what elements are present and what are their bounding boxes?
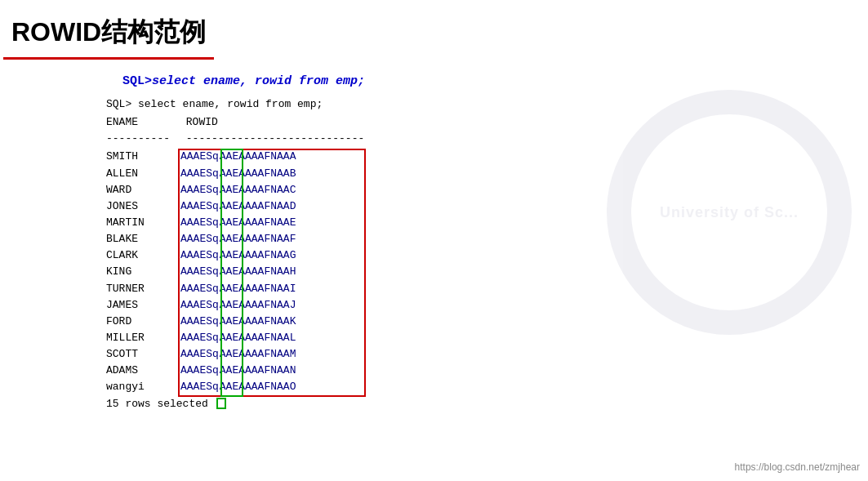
data-rows: SMITHAAAESqAAEAAAAFNAAAALLENAAAESqAAEAAA… (106, 149, 364, 395)
rowid-cell: AAAESqAAEAAAAFNAAL (180, 330, 296, 346)
data-rows-container: SMITHAAAESqAAEAAAAFNAAAALLENAAAESqAAEAAA… (106, 149, 364, 395)
rowid-cell: AAAESqAAEAAAAFNAAC (180, 182, 296, 198)
ename-cell: FORD (106, 314, 180, 330)
url-label: https://blog.csdn.net/zmjhear (735, 461, 860, 473)
rowid-cell: AAAESqAAEAAAAFNAAJ (180, 297, 296, 314)
sql-header-line: SQL> select ename, rowid from emp; (106, 96, 364, 113)
ename-cell: MILLER (106, 330, 180, 346)
green-small-box (216, 398, 226, 409)
ename-cell: TURNER (106, 281, 180, 297)
rowid-cell: AAAESqAAEAAAAFNAAD (180, 198, 296, 215)
ename-cell: SMITH (106, 149, 180, 165)
ename-cell: KING (106, 264, 180, 280)
ename-cell: CLARK (106, 247, 180, 264)
ename-cell: ALLEN (106, 166, 180, 182)
dash-ename: ---------- (106, 131, 180, 147)
table-row: MILLERAAAESqAAEAAAAFNAAL (106, 330, 364, 346)
table-row: FORDAAAESqAAEAAAAFNAAK (106, 314, 364, 330)
rowid-cell: AAAESqAAEAAAAFNAAK (180, 314, 296, 330)
ename-cell: WARD (106, 182, 180, 198)
rowid-cell: AAAESqAAEAAAAFNAAF (180, 231, 296, 247)
page-title: ROWID结构范例 (3, 0, 214, 60)
sql-prompt: SQL> (122, 74, 152, 88)
table-row: WARDAAAESqAAEAAAAFNAAC (106, 182, 364, 198)
table-row: SCOTTAAAESqAAEAAAAFNAAM (106, 346, 364, 363)
table-section: SQL> select ename, rowid from emp; ENAME… (106, 96, 364, 410)
ename-cell: wangyi (106, 379, 180, 395)
rowid-cell: AAAESqAAEAAAAFNAAO (180, 379, 296, 395)
table-row: BLAKEAAAESqAAEAAAAFNAAF (106, 231, 364, 247)
dash-line: ---------- ---------------------------- (106, 131, 364, 147)
dash-rowid: ---------------------------- (186, 132, 364, 145)
rowid-cell: AAAESqAAEAAAAFNAAM (180, 346, 296, 363)
table-row: KINGAAAESqAAEAAAAFNAAH (106, 264, 364, 280)
rowid-cell: AAAESqAAEAAAAFNAAH (180, 264, 296, 280)
table-row: CLARKAAAESqAAEAAAAFNAAG (106, 247, 364, 264)
ename-cell: SCOTT (106, 346, 180, 363)
sql-code: select ename, rowid from emp; (152, 74, 365, 88)
rowid-cell: AAAESqAAEAAAAFNAAI (180, 281, 296, 297)
table-row: MARTINAAAESqAAEAAAAFNAAE (106, 215, 364, 231)
rows-selected-text: 15 rows selected (106, 398, 208, 410)
table-row: TURNERAAAESqAAEAAAAFNAAI (106, 281, 364, 297)
rowid-cell: AAAESqAAEAAAAFNAAA (180, 149, 296, 165)
ename-cell: ADAMS (106, 363, 180, 379)
rowid-cell: AAAESqAAEAAAAFNAAN (180, 363, 296, 379)
table-row: wangyiAAAESqAAEAAAAFNAAO (106, 379, 364, 395)
table-row: SMITHAAAESqAAEAAAAFNAAA (106, 149, 364, 165)
table-row: JAMESAAAESqAAEAAAAFNAAJ (106, 297, 364, 314)
rowid-cell: AAAESqAAEAAAAFNAAB (180, 166, 296, 182)
footer-line: 15 rows selected (106, 398, 364, 410)
sql-query-line: SQL>select ename, rowid from emp; (122, 74, 868, 88)
rowid-header: ROWID (186, 116, 218, 128)
column-headers: ENAME ROWID (106, 114, 364, 131)
rowid-cell: AAAESqAAEAAAAFNAAG (180, 247, 296, 264)
rowid-cell: AAAESqAAEAAAAFNAAE (180, 215, 296, 231)
sql-output-header: SQL> select ename, rowid from emp; ENAME… (106, 96, 364, 147)
ename-cell: BLAKE (106, 231, 180, 247)
table-row: ADAMSAAAESqAAEAAAAFNAAN (106, 363, 364, 379)
ename-cell: MARTIN (106, 215, 180, 231)
table-row: JONESAAAESqAAEAAAAFNAAD (106, 198, 364, 215)
ename-cell: JAMES (106, 297, 180, 314)
ename-cell: JONES (106, 198, 180, 215)
watermark: University of Sc... (590, 49, 868, 465)
ename-header: ENAME (106, 114, 180, 131)
table-row: ALLENAAAESqAAEAAAAFNAAB (106, 166, 364, 182)
